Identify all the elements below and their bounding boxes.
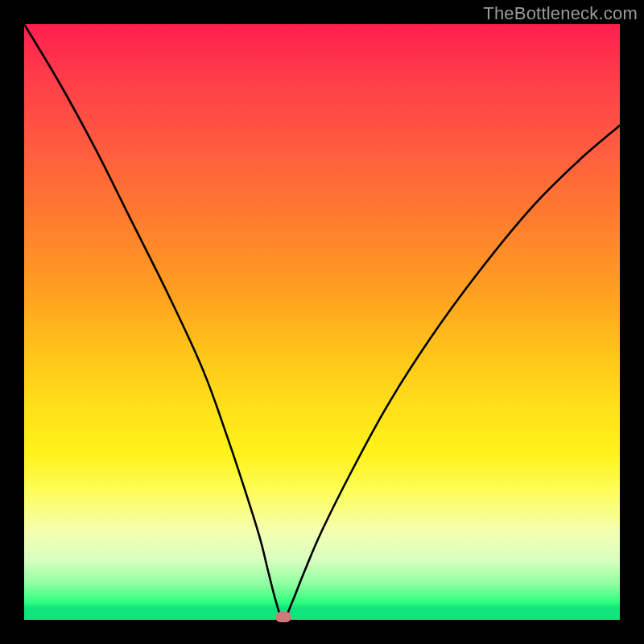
chart-plot-area bbox=[24, 24, 620, 620]
optimum-marker bbox=[275, 612, 291, 622]
chart-frame: TheBottleneck.com bbox=[0, 0, 644, 644]
watermark-text: TheBottleneck.com bbox=[483, 3, 638, 24]
bottleneck-curve bbox=[24, 24, 620, 620]
